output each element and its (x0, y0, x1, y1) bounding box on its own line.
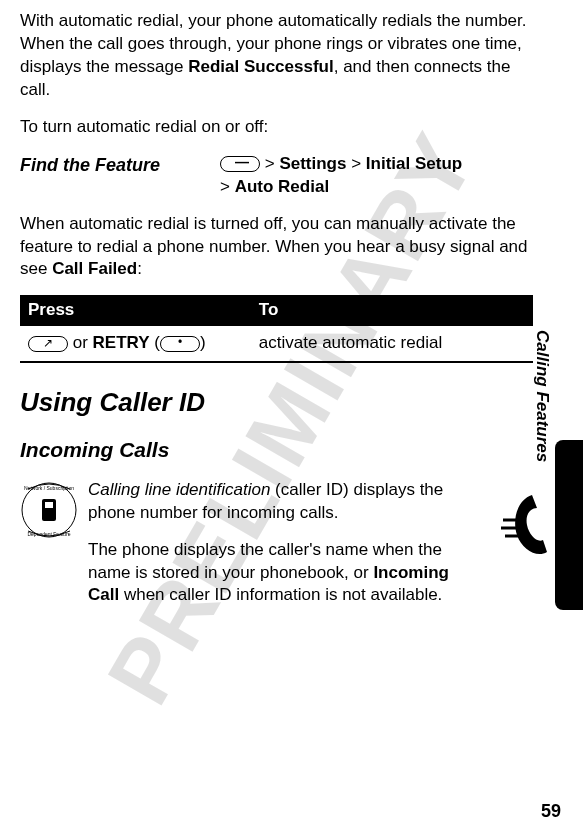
paragraph-manual-redial: When automatic redial is turned off, you… (20, 213, 533, 282)
paragraph-caller-id-2: The phone displays the caller's name whe… (88, 539, 533, 608)
path-auto-redial: Auto Redial (235, 177, 329, 196)
side-section-label: Calling Features (530, 330, 553, 462)
col-to: To (251, 295, 533, 326)
menu-key-icon (220, 156, 260, 172)
text-or: or (68, 333, 93, 352)
paragraph-caller-id-1: Calling line identification (caller ID) … (88, 479, 533, 525)
table-row: or RETRY () activate automatic redial (20, 326, 533, 362)
svg-rect-2 (45, 502, 53, 508)
paragraph-redial-intro: With automatic redial, your phone automa… (20, 10, 533, 102)
text-retry: RETRY (93, 333, 150, 352)
heading-incoming-calls: Incoming Calls (20, 436, 533, 464)
path-sep: > (260, 154, 279, 173)
path-settings: Settings (279, 154, 346, 173)
heading-using-caller-id: Using Caller ID (20, 385, 533, 420)
text-calling-line-id: Calling line identification (88, 480, 270, 499)
page-number: 59 (541, 799, 561, 823)
col-press: Press (20, 295, 251, 326)
find-feature-label: Find the Feature (20, 153, 220, 177)
soft-key-icon (160, 336, 200, 352)
cell-press: or RETRY () (20, 326, 251, 362)
text-redial-successful: Redial Successful (188, 57, 334, 76)
find-feature-row: Find the Feature > Settings > Initial Se… (20, 153, 533, 199)
send-key-icon (28, 336, 68, 352)
path-sep: > (346, 154, 365, 173)
paragraph-toggle-intro: To turn automatic redial on or off: (20, 116, 533, 139)
side-tab (555, 440, 583, 610)
text-open-paren: ( (150, 333, 160, 352)
table-header-row: Press To (20, 295, 533, 326)
text-span: : (137, 259, 142, 278)
network-feature-icon: Network / Subscription Dependent Feature (20, 481, 78, 539)
feature-path: > Settings > Initial Setup > Auto Redial (220, 153, 533, 199)
svg-text:Dependent Feature: Dependent Feature (27, 531, 70, 537)
text-span: when caller ID information is not availa… (119, 585, 442, 604)
path-sep: > (220, 177, 235, 196)
text-close-paren: ) (200, 333, 206, 352)
text-call-failed: Call Failed (52, 259, 137, 278)
press-to-table: Press To or RETRY () activate automatic … (20, 295, 533, 363)
path-initial-setup: Initial Setup (366, 154, 462, 173)
cell-to: activate automatic redial (251, 326, 533, 362)
svg-text:Network / Subscription: Network / Subscription (24, 485, 74, 491)
